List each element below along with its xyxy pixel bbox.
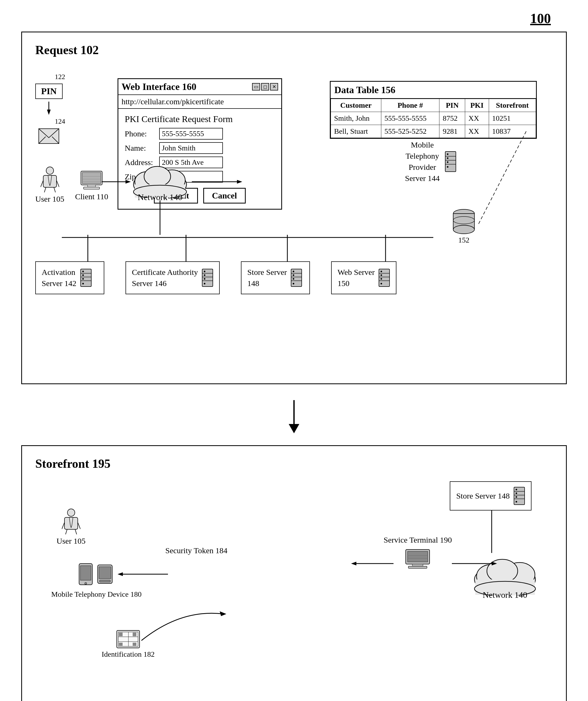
url-bar: http://cellular.com/pkicertificate — [118, 95, 281, 109]
web-server-box: Web Server150 — [331, 261, 396, 294]
storefront-diagram: Storefront 195 Store Server 148 — [21, 445, 567, 701]
svg-line-10 — [54, 187, 55, 192]
activation-server-box: ActivationServer 142 — [35, 261, 104, 294]
svg-point-72 — [293, 274, 294, 276]
svg-point-27 — [144, 166, 171, 187]
web-server-label: Web Server150 — [338, 267, 375, 289]
svg-rect-124 — [99, 567, 111, 579]
svg-line-115 — [75, 529, 77, 534]
col-customer: Customer — [331, 99, 381, 112]
svg-marker-137 — [220, 611, 226, 616]
svg-point-73 — [293, 278, 294, 280]
phone-input[interactable] — [159, 128, 223, 140]
svg-line-9 — [44, 187, 46, 192]
svg-line-113 — [78, 522, 80, 529]
close-button[interactable]: ✕ — [270, 83, 278, 90]
identification-label: Identification 182 — [102, 650, 155, 659]
svg-marker-23 — [126, 180, 131, 184]
svg-point-65 — [204, 278, 205, 280]
store-to-network-line — [489, 510, 494, 553]
svg-point-71 — [293, 271, 294, 272]
svg-point-55 — [82, 271, 84, 272]
cell: 8752 — [439, 112, 465, 125]
security-token-label: Security Token 184 — [165, 545, 227, 556]
inter-diagram-arrow — [21, 400, 567, 435]
svg-rect-75 — [379, 269, 390, 286]
svg-line-7 — [41, 180, 43, 187]
network-cloud-icon — [131, 161, 189, 198]
svg-point-82 — [381, 283, 382, 284]
minimize-button[interactable]: ▭ — [252, 83, 260, 90]
name-input[interactable] — [159, 142, 223, 154]
svg-point-36 — [447, 153, 448, 155]
security-token-area: Security Token 184 — [165, 545, 227, 559]
svg-point-91 — [516, 496, 517, 498]
user-bottom-label: User 105 — [56, 536, 85, 545]
service-terminal-area: Service Terminal 190 — [384, 534, 452, 569]
user-bottom-area: User 105 — [56, 508, 85, 545]
server-icon-ca — [202, 268, 213, 287]
svg-point-57 — [82, 278, 84, 280]
svg-point-66 — [204, 283, 205, 284]
down-arrow-svg — [286, 400, 302, 435]
mtp-label: MobileTelephonyProviderServer 144 — [405, 139, 440, 184]
terminal-network-arrow — [452, 561, 500, 566]
servers-row: ActivationServer 142 Certificate Authori… — [35, 261, 553, 294]
vert-server-2 — [183, 235, 189, 261]
arrow-pin-down — [46, 101, 51, 115]
svg-rect-59 — [202, 269, 213, 286]
form-title: PKI Certificate Request Form — [125, 114, 275, 124]
svg-point-37 — [447, 157, 448, 159]
activation-server-label: ActivationServer 142 — [42, 267, 76, 289]
svg-rect-51 — [81, 269, 91, 286]
cancel-button[interactable]: Cancel — [203, 188, 246, 204]
svg-point-90 — [516, 492, 517, 494]
svg-point-89 — [516, 489, 517, 490]
svg-line-8 — [56, 180, 59, 187]
cell: 10837 — [489, 125, 536, 138]
svg-rect-103 — [408, 566, 427, 568]
network-area-top: Network 140 — [131, 161, 189, 202]
svg-marker-31 — [237, 180, 242, 184]
svg-rect-135 — [119, 643, 123, 646]
network-area-bottom: Network 140 — [470, 553, 540, 600]
server-icon-mtp — [444, 151, 457, 172]
cell: 10251 — [489, 112, 536, 125]
data-table-box: Data Table 156 Customer Phone # PIN PKI … — [330, 81, 537, 139]
form-row-name: Name: — [125, 142, 275, 154]
svg-rect-16 — [82, 173, 101, 184]
svg-point-39 — [447, 166, 448, 168]
svg-rect-101 — [408, 551, 428, 562]
server-icon-store — [290, 268, 302, 287]
mobile-device-icons — [78, 561, 115, 588]
network-cloud-bottom — [470, 553, 540, 596]
db-number-label: 152 — [458, 236, 469, 244]
envelope-icon — [38, 128, 59, 144]
security-token-arrow — [351, 561, 394, 566]
vert-server-3 — [285, 235, 290, 261]
store-server-bottom-box: Store Server 148 — [450, 481, 532, 510]
svg-point-81 — [381, 278, 382, 280]
vert-server-1 — [85, 235, 90, 261]
svg-point-58 — [82, 283, 84, 284]
svg-point-122 — [85, 582, 87, 585]
client-computer-icon — [79, 170, 104, 191]
maximize-button[interactable]: ◻ — [261, 83, 269, 90]
page-number: 100 — [21, 11, 551, 26]
svg-marker-107 — [492, 562, 497, 565]
svg-point-63 — [204, 271, 205, 272]
col-pin: PIN — [439, 99, 465, 112]
ca-server-box: Certificate AuthorityServer 146 — [126, 261, 220, 294]
svg-line-114 — [65, 529, 67, 534]
data-table: Customer Phone # PIN PKI Storefront Smit… — [331, 99, 536, 138]
svg-line-44 — [478, 131, 526, 224]
cell: 555-555-5555 — [381, 112, 439, 125]
pin-box: PIN — [35, 83, 63, 99]
form-row-phone: Phone: — [125, 128, 275, 140]
network-mtp-arrow — [192, 179, 245, 184]
col-storefront: Storefront — [489, 99, 536, 112]
col-pki: PKI — [465, 99, 489, 112]
network-label-bottom: Network 140 — [483, 590, 527, 600]
ca-server-label: Certificate AuthorityServer 146 — [132, 267, 198, 289]
pin-number-label: 122 — [55, 73, 65, 81]
